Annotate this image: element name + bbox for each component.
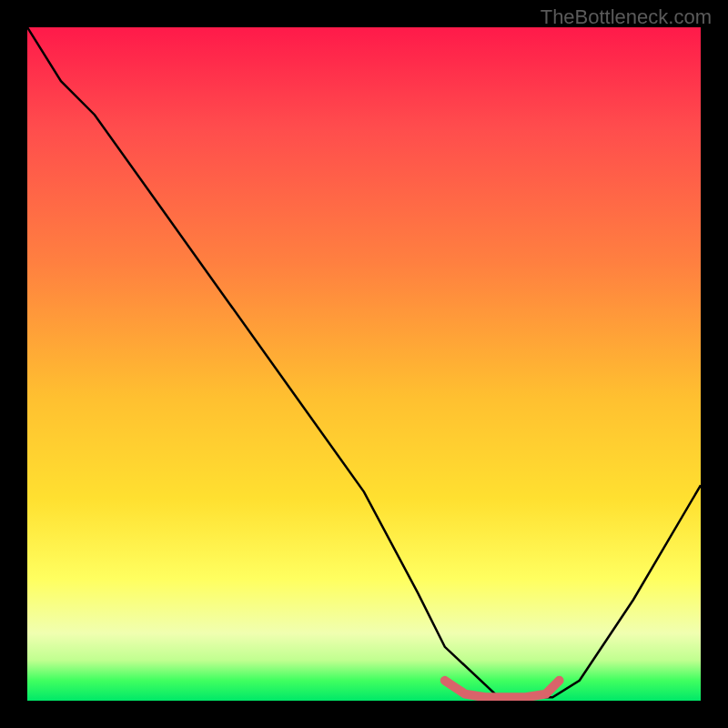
main-curve-path	[27, 27, 701, 697]
bottom-marker-path	[445, 681, 560, 698]
watermark-text: TheBottleneck.com	[541, 5, 712, 29]
chart-gradient-area	[27, 27, 701, 701]
chart-svg	[27, 27, 701, 701]
